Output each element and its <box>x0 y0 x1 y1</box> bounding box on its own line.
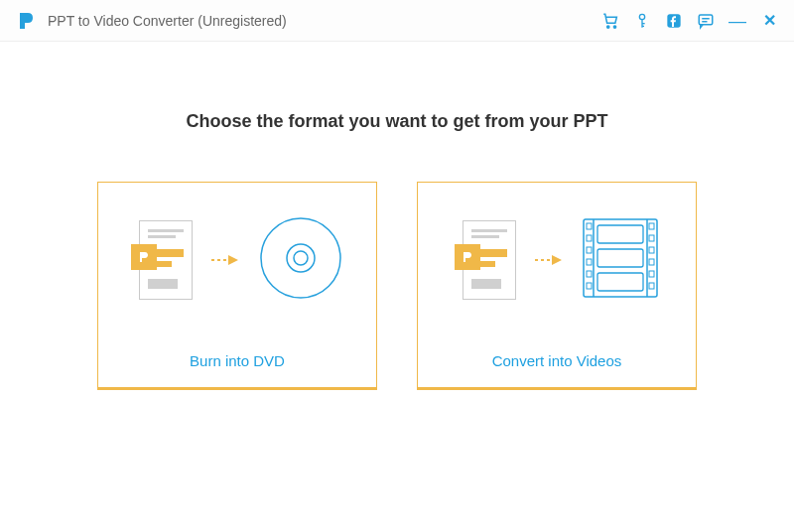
svg-point-0 <box>607 25 609 27</box>
svg-rect-24 <box>649 223 654 229</box>
shopping-cart-icon[interactable] <box>601 12 619 30</box>
main-content: Choose the format you want to get from y… <box>0 42 794 532</box>
svg-rect-7 <box>699 15 713 25</box>
svg-point-12 <box>287 244 315 272</box>
svg-rect-28 <box>649 271 654 277</box>
minimize-button[interactable]: — <box>728 12 746 30</box>
dvd-disc-icon <box>258 215 343 305</box>
svg-rect-27 <box>649 259 654 265</box>
convert-video-label: Convert into Videos <box>492 336 622 387</box>
svg-rect-29 <box>649 283 654 289</box>
page-heading: Choose the format you want to get from y… <box>186 111 607 132</box>
feedback-icon[interactable] <box>697 12 715 30</box>
svg-rect-18 <box>587 235 592 241</box>
svg-rect-32 <box>597 273 643 291</box>
svg-rect-25 <box>649 235 654 241</box>
burn-dvd-label: Burn into DVD <box>190 336 285 387</box>
svg-point-13 <box>294 251 308 265</box>
svg-rect-19 <box>587 247 592 253</box>
burn-dvd-graphic <box>98 183 376 336</box>
arrow-right-icon <box>534 253 564 267</box>
convert-video-card[interactable]: Convert into Videos <box>417 182 697 390</box>
svg-rect-17 <box>587 223 592 229</box>
convert-video-graphic <box>418 183 696 336</box>
app-window: PPT to Video Converter (Unregistered) <box>0 0 794 532</box>
key-icon[interactable] <box>633 12 651 30</box>
svg-rect-31 <box>597 249 643 267</box>
format-cards: Burn into DVD <box>97 182 697 390</box>
burn-dvd-card[interactable]: Burn into DVD <box>97 182 377 390</box>
arrow-right-icon <box>210 253 240 267</box>
video-film-icon <box>582 215 659 305</box>
ppt-document-icon <box>131 220 193 300</box>
app-logo-icon <box>16 10 38 32</box>
close-button[interactable]: ✕ <box>760 12 778 30</box>
svg-rect-15 <box>584 219 657 297</box>
titlebar: PPT to Video Converter (Unregistered) <box>0 0 794 42</box>
svg-point-11 <box>261 218 340 298</box>
window-title: PPT to Video Converter (Unregistered) <box>48 13 601 29</box>
svg-rect-22 <box>587 283 592 289</box>
svg-rect-26 <box>649 247 654 253</box>
svg-rect-30 <box>597 225 643 243</box>
svg-point-1 <box>613 25 615 27</box>
svg-rect-21 <box>587 271 592 277</box>
svg-point-2 <box>639 14 644 19</box>
facebook-icon[interactable] <box>665 12 683 30</box>
titlebar-actions: — ✕ <box>601 12 778 30</box>
svg-rect-20 <box>587 259 592 265</box>
ppt-document-icon <box>455 220 516 300</box>
